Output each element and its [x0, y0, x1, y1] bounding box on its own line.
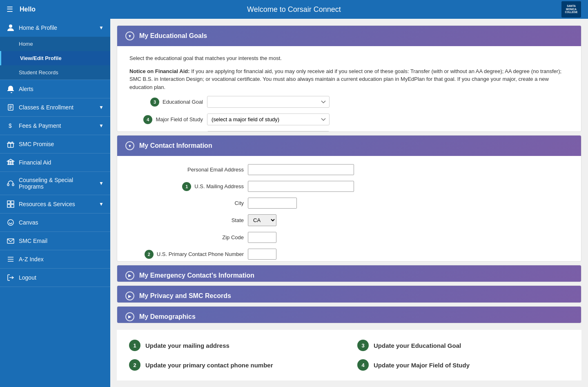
logout-icon: [7, 274, 15, 282]
contact-info-section: ▼ My Contact Information Personal Email …: [117, 135, 581, 262]
smc-logo: SANTA MONICA COLLEGE: [561, 1, 581, 18]
sidebar-item-fees[interactable]: $ Fees & Payment ▼: [0, 117, 110, 135]
bell-icon: [7, 85, 15, 93]
clipboard-icon: [7, 103, 15, 111]
phone-input[interactable]: [248, 249, 276, 260]
tip-2: 2 Update your primary contact phone numb…: [129, 359, 341, 371]
tips-section: 1 Update your mailing address 3 Update y…: [117, 330, 581, 380]
sidebar-section-alerts: Alerts: [0, 80, 110, 98]
sidebar-item-classes[interactable]: Classes & Enrollment ▼: [0, 98, 110, 116]
sidebar-item-resources[interactable]: Resources & Services ▼: [0, 195, 110, 213]
personal-email-input[interactable]: [248, 164, 354, 175]
collapse-icon: ▼: [125, 141, 134, 150]
tip-3: 3 Update your Educational Goal: [357, 340, 569, 351]
sidebar-item-label: Classes & Enrollment: [19, 104, 74, 111]
educational-goals-header[interactable]: ▼ My Educational Goals: [117, 26, 581, 46]
bank-icon: [7, 158, 15, 167]
major-field-select[interactable]: (select a major field of study): [207, 113, 330, 125]
svg-rect-16: [12, 161, 13, 165]
sidebar-item-counseling[interactable]: Counseling & Special Programs ▼: [0, 172, 110, 195]
mailing-address-row: 1 U.S. Mailing Address: [129, 181, 569, 192]
personal-email-label: Personal Email Address: [129, 167, 244, 173]
step-1-badge: 1: [182, 182, 191, 191]
sidebar-item-label: Resources & Services: [19, 201, 75, 207]
emergency-contact-header[interactable]: ▶ My Emergency Contact's Information: [117, 265, 581, 282]
phone-label: 2 U.S. Primary Contact Phone Number: [129, 250, 244, 259]
contact-info-title: My Contact Information: [139, 142, 212, 149]
sidebar-item-logout[interactable]: Logout: [0, 269, 110, 287]
notice-body: If you are applying for financial aid, y…: [129, 68, 561, 90]
sidebar-item-label: Logout: [19, 274, 36, 281]
svg-rect-21: [11, 201, 14, 204]
tip-1: 1 Update your mailing address: [129, 340, 341, 351]
tip-text-3: Update your Educational Goal: [374, 342, 461, 349]
collapse-icon: ▼: [125, 31, 134, 40]
sidebar-item-alerts[interactable]: Alerts: [0, 80, 110, 98]
tip-4: 4 Update your Major Field of Study: [357, 359, 569, 371]
sidebar-section-financial-aid: Financial Aid: [0, 153, 110, 172]
privacy-header[interactable]: ▶ My Privacy and SMC Records: [117, 286, 581, 302]
chevron-right-icon: ▼: [99, 201, 104, 207]
sidebar-section-smc-email: SMC Email: [0, 232, 110, 250]
educational-goals-section: ▼ My Educational Goals Select the educat…: [117, 25, 581, 132]
sidebar-item-label: Counseling & Special Programs: [19, 177, 95, 190]
sidebar-item-home-profile[interactable]: Home & Profile ▼: [0, 19, 110, 37]
svg-text:MONICA: MONICA: [566, 8, 577, 11]
state-label: State: [129, 217, 244, 223]
sidebar: Home & Profile ▼ Home View/Edit Profile …: [0, 19, 110, 387]
major-field-row: 4 Major Field of Study (select a major f…: [129, 113, 569, 125]
chevron-right-icon: ▼: [99, 180, 104, 186]
major-field-label-container: 4 Major Field of Study: [129, 115, 203, 124]
expand-icon: ▶: [125, 312, 134, 321]
area-of-interest-select[interactable]: Undecided or unknown: [207, 131, 330, 132]
svg-rect-18: [7, 184, 9, 186]
sidebar-item-az-index[interactable]: A-Z Index: [0, 250, 110, 268]
sidebar-item-label: Fees & Payment: [19, 122, 61, 129]
sidebar-item-financial-aid[interactable]: Financial Aid: [0, 153, 110, 171]
tip-badge-1: 1: [129, 340, 140, 351]
privacy-section: ▶ My Privacy and SMC Records: [117, 285, 581, 302]
chevron-down-icon: ▼: [99, 25, 104, 31]
sidebar-item-smc-email[interactable]: SMC Email: [0, 232, 110, 250]
state-select[interactable]: CA NY TX: [248, 214, 276, 226]
sidebar-section-fees: $ Fees & Payment ▼: [0, 117, 110, 135]
area-of-interest-row: Area of Interest Undecided or unknown: [129, 131, 569, 132]
sidebar-section-logout: Logout: [0, 269, 110, 287]
emergency-contact-title: My Emergency Contact's Information: [139, 272, 254, 279]
svg-rect-19: [12, 184, 14, 186]
city-label: City: [129, 200, 244, 206]
sidebar-sub-item-student-records[interactable]: Student Records: [0, 65, 110, 80]
zip-input[interactable]: [248, 232, 276, 243]
tip-text-2: Update your primary contact phone number: [145, 362, 273, 369]
sidebar-section-classes: Classes & Enrollment ▼: [0, 98, 110, 117]
educational-goal-row: 3 Educational Goal Transfer to 4-year un…: [129, 96, 569, 108]
topbar-hello: Hello: [20, 6, 36, 13]
expand-icon: ▶: [125, 271, 134, 280]
grid-icon: [7, 200, 15, 208]
sidebar-sub-item-view-edit-profile[interactable]: View/Edit Profile: [0, 51, 110, 65]
sidebar-section-smc-promise: SMC Promise: [0, 135, 110, 153]
sidebar-section-resources: Resources & Services ▼: [0, 195, 110, 214]
educational-goals-title: My Educational Goals: [139, 32, 207, 40]
sidebar-sub-item-home[interactable]: Home: [0, 37, 110, 51]
tip-badge-2: 2: [129, 359, 140, 371]
city-input[interactable]: [248, 198, 297, 209]
sidebar-item-canvas[interactable]: Canvas: [0, 214, 110, 231]
tip-text-4: Update your Major Field of Study: [374, 362, 470, 369]
chevron-right-icon: ▼: [99, 105, 104, 110]
emergency-contact-section: ▶ My Emergency Contact's Information: [117, 265, 581, 282]
mailing-address-label: 1 U.S. Mailing Address: [129, 182, 244, 191]
svg-rect-20: [7, 201, 10, 204]
demographics-title: My Demographics: [139, 313, 196, 320]
headset-icon: [7, 179, 15, 187]
sidebar-item-label: Financial Aid: [19, 159, 51, 166]
menu-icon[interactable]: ☰: [7, 5, 13, 14]
sidebar-section-counseling: Counseling & Special Programs ▼: [0, 172, 110, 195]
sidebar-item-smc-promise[interactable]: SMC Promise: [0, 135, 110, 153]
demographics-header[interactable]: ▶ My Demographics: [117, 307, 581, 323]
educational-goal-select[interactable]: Transfer to 4-year university AA degree: [207, 96, 330, 108]
svg-point-4: [9, 24, 12, 28]
contact-info-header[interactable]: ▼ My Contact Information: [117, 136, 581, 156]
sidebar-item-label: SMC Promise: [19, 141, 54, 147]
mailing-address-input[interactable]: [248, 181, 354, 192]
